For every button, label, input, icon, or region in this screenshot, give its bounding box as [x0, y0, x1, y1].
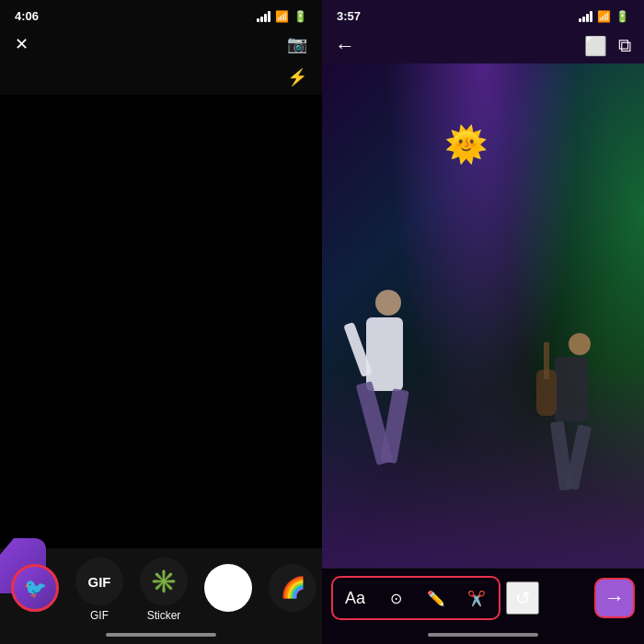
sticker-label: Sticker	[147, 609, 181, 622]
right-home-indicator	[322, 627, 644, 644]
cut-tool-button[interactable]: ✂️	[460, 581, 493, 615]
left-bottom-toolbar: 🐦 GIF GIF ✳️ Sticker 🌈	[0, 548, 322, 627]
right-home-bar	[428, 633, 538, 637]
lasso-icon: ⊙	[390, 590, 402, 607]
left-status-bar: 4:06 📶 🔋	[0, 0, 322, 29]
sticker-item[interactable]: ✳️ Sticker	[136, 558, 191, 622]
right-bottom-toolbar: Aa ⊙ ✏️ ✂️ ↺ →	[322, 568, 644, 627]
gif-label: GIF	[90, 609, 109, 622]
text-item[interactable]: 🌈	[265, 564, 320, 615]
text-tool-button[interactable]: Aa	[339, 581, 372, 615]
concert-image: 🌞	[322, 63, 644, 568]
right-signal	[579, 11, 592, 22]
left-home-indicator	[0, 627, 322, 644]
paint-icon: 🌈	[281, 576, 305, 600]
draw-tool-button[interactable]: ✏️	[420, 581, 453, 615]
right-wifi-icon: 📶	[597, 10, 611, 23]
tools-group: Aa ⊙ ✏️ ✂️	[331, 576, 500, 620]
left-signal	[257, 11, 270, 22]
close-button[interactable]: ✕	[15, 34, 29, 54]
right-time: 3:57	[337, 9, 361, 23]
left-panel: 4:06 📶 🔋 ✕ 📷 ⚡ 🐦	[0, 0, 322, 644]
next-arrow-icon: →	[604, 586, 625, 610]
camera-viewfinder	[0, 95, 322, 548]
back-button[interactable]: ←	[335, 34, 355, 58]
camera-roll-item[interactable]: 🐦	[7, 564, 63, 615]
left-battery-icon: 🔋	[293, 10, 307, 23]
right-panel: 3:57 📶 🔋 ← ⬜ ⧉	[322, 0, 644, 644]
undo-button[interactable]: ↺	[506, 581, 539, 615]
left-top-bar: ✕ 📷	[0, 29, 322, 60]
crop-icon[interactable]: ⬜	[584, 35, 607, 57]
flash-icon[interactable]: ⚡	[287, 67, 307, 87]
gif-button[interactable]: GIF	[75, 558, 123, 605]
performer-left	[348, 290, 458, 492]
capture-item[interactable]	[201, 564, 256, 615]
sun-sticker: 🌞	[444, 124, 488, 165]
sticker-button[interactable]: ✳️	[140, 558, 188, 605]
layers-icon[interactable]: ⧉	[618, 35, 631, 57]
left-mid-icons: ⚡	[0, 60, 322, 95]
lasso-tool-button[interactable]: ⊙	[379, 581, 412, 615]
undo-icon: ↺	[515, 587, 531, 609]
right-status-bar: 3:57 📶 🔋	[322, 0, 644, 29]
performer-right	[536, 333, 628, 517]
capture-button[interactable]	[204, 564, 252, 612]
right-top-bar: ← ⬜ ⧉	[322, 29, 644, 63]
text-button[interactable]: 🌈	[269, 564, 316, 612]
camera-switch-icon[interactable]: 📷	[287, 34, 307, 54]
next-button[interactable]: →	[594, 578, 635, 618]
sticker-icon: ✳️	[150, 569, 178, 594]
left-wifi-icon: 📶	[275, 10, 289, 23]
left-home-bar	[106, 633, 216, 637]
right-battery-icon: 🔋	[615, 10, 629, 23]
text-tool-label: Aa	[345, 589, 365, 608]
scissors-icon: ✂️	[467, 590, 486, 607]
draw-icon: ✏️	[427, 590, 445, 607]
gif-item[interactable]: GIF GIF	[72, 558, 127, 622]
left-time: 4:06	[15, 9, 39, 23]
camera-roll-button[interactable]: 🐦	[11, 564, 59, 612]
